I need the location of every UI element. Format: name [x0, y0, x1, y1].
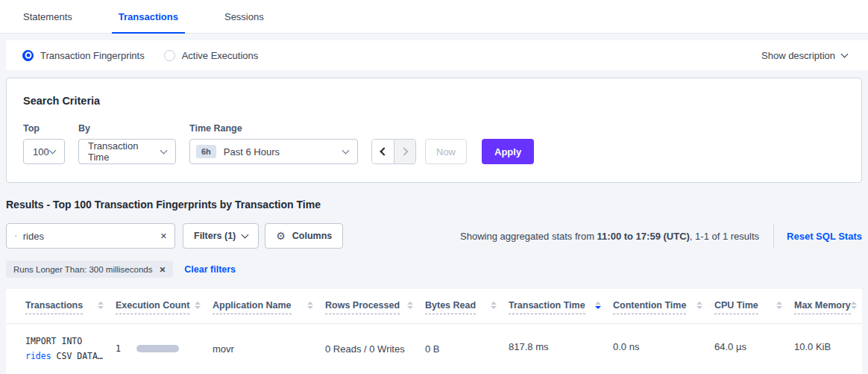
chevron-down-icon: [841, 50, 849, 57]
chevron-right-icon: [400, 147, 408, 155]
sort-icon[interactable]: [98, 302, 104, 309]
radio-selected-icon[interactable]: [22, 50, 34, 61]
applied-filters-row: Runs Longer Than: 300 milliseconds ✕ Cle…: [6, 261, 862, 278]
show-description-toggle[interactable]: Show description: [761, 50, 847, 61]
column-header-application-name[interactable]: Application Name: [213, 300, 325, 323]
previous-range-button[interactable]: [372, 140, 394, 163]
column-header-transaction-time[interactable]: Transaction Time: [509, 300, 613, 323]
column-header-contention-time[interactable]: Contention Time: [613, 300, 714, 323]
by-select[interactable]: Transaction Time: [78, 139, 176, 164]
time-range-pager: [371, 139, 416, 164]
execution-count-bar: [136, 345, 179, 352]
contention-time-value: 0.0 ns: [613, 341, 707, 352]
column-header-label: Application Name: [213, 300, 292, 314]
time-range-select[interactable]: 6h Past 6 Hours: [189, 139, 358, 164]
top-select[interactable]: 100: [23, 139, 65, 164]
sort-icon[interactable]: [195, 302, 201, 309]
sort-icon[interactable]: [851, 302, 857, 309]
tab-sessions[interactable]: Sessions: [218, 11, 271, 33]
radio-label: Transaction Fingerprints: [40, 50, 145, 61]
results-controls-row: ✕ Filters (1) ⚙ Columns Showing aggregat…: [6, 223, 862, 249]
radio-transaction-fingerprints[interactable]: Transaction Fingerprints: [22, 50, 145, 61]
time-range-value: Past 6 Hours: [224, 146, 280, 158]
clear-filters-link[interactable]: Clear filters: [184, 264, 236, 275]
radio-unselected-icon[interactable]: [164, 50, 175, 61]
contention-time-cell: 0.0 ns: [613, 341, 714, 356]
max-memory-value: 10.0 KiB: [794, 341, 846, 352]
transaction-fingerprint-cell[interactable]: IMPORT INTO rides CSV DATA…: [6, 334, 116, 364]
column-header-label: Contention Time: [613, 300, 686, 314]
filter-chip: Runs Longer Than: 300 milliseconds ✕: [6, 261, 173, 278]
apply-button[interactable]: Apply: [482, 139, 534, 164]
next-range-button[interactable]: [394, 140, 415, 163]
top-field: Top 100: [23, 123, 65, 164]
column-header-execution-count[interactable]: Execution Count: [116, 300, 213, 323]
now-button[interactable]: Now: [425, 139, 467, 164]
by-label: By: [78, 123, 176, 134]
transaction-time-value: 817.8 ms: [509, 341, 606, 352]
show-description-label: Show description: [761, 50, 835, 61]
sort-icon[interactable]: [696, 302, 702, 309]
column-header-transactions[interactable]: Transactions: [6, 300, 116, 323]
chevron-down-icon: [242, 231, 249, 238]
column-header-cpu-time[interactable]: CPU Time: [714, 300, 794, 323]
remove-filter-icon[interactable]: ✕: [159, 265, 166, 274]
column-header-label: Bytes Read: [425, 300, 476, 314]
search-criteria-card: Search Criteria Top 100 By Transaction T…: [6, 78, 862, 183]
column-header-label: Max Memory: [794, 300, 851, 314]
chevron-left-icon: [380, 147, 388, 155]
by-field: By Transaction Time: [78, 123, 176, 164]
column-header-label: Execution Count: [116, 300, 189, 314]
fingerprint-line1: IMPORT INTO: [25, 334, 108, 349]
view-toggle-band: Transaction Fingerprints Active Executio…: [6, 40, 868, 70]
table-header-row: TransactionsExecution CountApplication N…: [6, 289, 862, 324]
column-header-label: CPU Time: [714, 300, 758, 314]
cpu-time-cell: 64.0 µs: [714, 341, 794, 356]
search-box[interactable]: ✕: [6, 223, 175, 249]
search-criteria-row: Top 100 By Transaction Time Time Range 6…: [23, 123, 845, 164]
sort-icon[interactable]: [407, 302, 413, 309]
time-range-field: Time Range 6h Past 6 Hours: [189, 123, 358, 164]
columns-label: Columns: [292, 231, 332, 241]
chevron-down-icon: [160, 146, 168, 154]
transactions-table: TransactionsExecution CountApplication N…: [6, 289, 862, 374]
chevron-down-icon: [49, 146, 57, 154]
search-input[interactable]: [23, 231, 154, 242]
bytes-read-cell: 0 B: [425, 343, 509, 355]
tab-statements[interactable]: Statements: [16, 11, 79, 33]
vertical-divider: [773, 224, 774, 248]
chevron-down-icon: [342, 146, 350, 154]
filter-chip-label: Runs Longer Than: 300 milliseconds: [13, 265, 152, 274]
max-memory-cell: 10.0 KiB: [794, 341, 862, 356]
reset-sql-stats-link[interactable]: Reset SQL Stats: [787, 231, 862, 242]
stats-text: Showing aggregated stats from 11:00 to 1…: [460, 231, 759, 242]
sort-icon[interactable]: [595, 302, 601, 309]
execution-count-cell: 1: [116, 341, 213, 356]
fingerprint-link[interactable]: rides: [25, 351, 51, 361]
results-section: Results - Top 100 Transaction Fingerprin…: [0, 199, 868, 278]
sort-icon[interactable]: [491, 302, 497, 309]
gear-icon: ⚙: [276, 230, 286, 242]
sort-icon[interactable]: [307, 302, 313, 309]
table-row: IMPORT INTO rides CSV DATA… 1 movr 0 Rea…: [6, 324, 862, 374]
clear-search-icon[interactable]: ✕: [160, 231, 167, 241]
radio-active-executions[interactable]: Active Executions: [164, 50, 259, 61]
tab-transactions[interactable]: Transactions: [112, 11, 185, 33]
columns-button[interactable]: ⚙ Columns: [265, 223, 343, 249]
stats-area: Showing aggregated stats from 11:00 to 1…: [460, 224, 862, 248]
transaction-time-cell: 817.8 ms: [509, 341, 613, 356]
search-icon: [15, 231, 17, 241]
time-range-badge: 6h: [196, 145, 216, 158]
results-heading: Results - Top 100 Transaction Fingerprin…: [6, 199, 862, 211]
column-header-label: Transaction Time: [509, 300, 585, 314]
sort-icon[interactable]: [776, 302, 782, 309]
column-header-label: Transactions: [25, 300, 83, 314]
column-header-bytes-read[interactable]: Bytes Read: [425, 300, 509, 323]
filters-button[interactable]: Filters (1): [183, 223, 259, 249]
search-criteria-title: Search Criteria: [23, 95, 845, 107]
column-header-rows-processed[interactable]: Rows Processed: [325, 300, 425, 323]
column-header-max-memory[interactable]: Max Memory: [794, 300, 862, 323]
top-label: Top: [23, 123, 65, 134]
execution-count-value: 1: [116, 341, 121, 356]
top-select-value: 100: [33, 146, 49, 158]
